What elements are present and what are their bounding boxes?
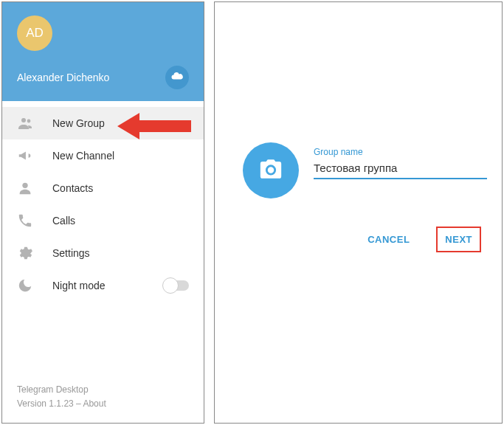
menu-item-new-group[interactable]: New Group: [2, 107, 204, 139]
avatar[interactable]: AD: [17, 15, 52, 51]
svg-point-2: [22, 183, 27, 188]
next-button-highlight: NEXT: [436, 227, 481, 252]
menu-item-night-mode[interactable]: Night mode: [2, 269, 204, 302]
svg-point-1: [27, 120, 31, 123]
menu-item-settings[interactable]: Settings: [2, 237, 204, 269]
user-name: Alexander Dichenko: [17, 72, 109, 83]
megaphone-icon: [17, 148, 38, 164]
menu-label: New Group: [52, 117, 105, 129]
sidebar-panel: AD Alexander Dichenko New Group New Chan…: [1, 1, 204, 424]
modal-actions: CANCEL NEXT: [215, 198, 502, 252]
moon-icon: [17, 277, 38, 294]
svg-point-0: [21, 118, 26, 122]
footer-app: Telegram Desktop: [17, 383, 106, 397]
menu-label: Contacts: [52, 182, 93, 194]
person-icon: [17, 180, 38, 196]
sidebar-header: AD Alexander Dichenko: [2, 2, 204, 101]
gear-icon: [17, 245, 38, 261]
group-icon: [17, 114, 38, 132]
footer-about-link[interactable]: About: [83, 398, 106, 409]
camera-icon: [258, 156, 283, 184]
menu-item-calls[interactable]: Calls: [2, 204, 204, 237]
menu-item-contacts[interactable]: Contacts: [2, 172, 204, 204]
cloud-icon: [170, 69, 184, 86]
menu-item-new-channel[interactable]: New Channel: [2, 139, 204, 172]
modal-body: Group name: [215, 2, 502, 198]
night-mode-toggle[interactable]: [164, 280, 189, 291]
sidebar-footer: Telegram Desktop Version 1.1.23 – About: [17, 383, 106, 411]
saved-messages-button[interactable]: [165, 66, 189, 89]
menu: New Group New Channel Contacts Calls Set…: [2, 101, 204, 302]
menu-label: New Channel: [52, 150, 114, 162]
phone-icon: [17, 212, 38, 229]
menu-label: Night mode: [52, 280, 106, 291]
form-column: Group name: [314, 142, 487, 179]
menu-label: Calls: [52, 215, 75, 227]
footer-version: Version 1.1.23 –: [17, 398, 83, 409]
new-group-modal: Group name CANCEL NEXT: [214, 1, 503, 424]
group-photo-button[interactable]: [243, 142, 299, 198]
user-row: Alexander Dichenko: [17, 66, 189, 89]
next-button[interactable]: NEXT: [439, 228, 478, 251]
cancel-button[interactable]: CANCEL: [362, 227, 415, 252]
group-name-label: Group name: [314, 147, 487, 157]
group-name-input[interactable]: [314, 160, 487, 179]
avatar-initials: AD: [26, 26, 44, 41]
menu-label: Settings: [52, 247, 90, 259]
